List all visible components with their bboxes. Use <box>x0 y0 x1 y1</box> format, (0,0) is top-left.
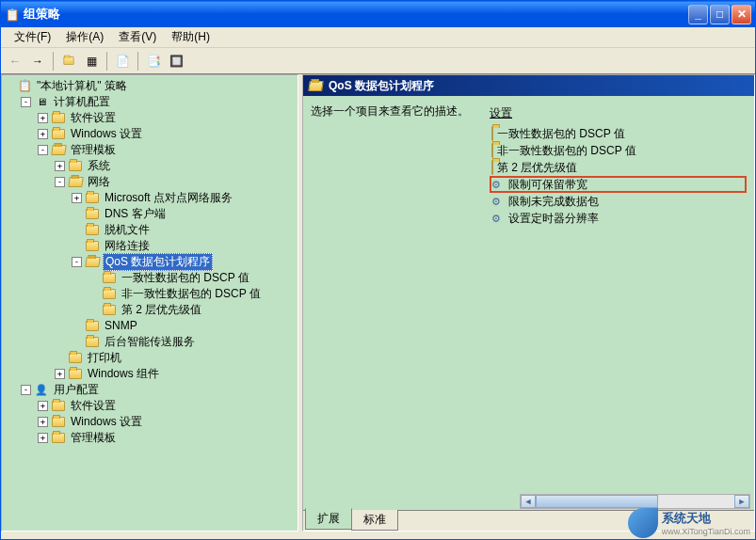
folder-icon <box>491 144 493 157</box>
collapse-icon[interactable]: - <box>38 145 48 155</box>
tab-extended[interactable]: 扩展 <box>305 508 352 530</box>
expand-icon[interactable]: + <box>55 369 65 379</box>
folder-icon <box>68 351 83 364</box>
tree-user-config[interactable]: -用户配置 <box>21 382 296 397</box>
folder-icon <box>51 415 66 428</box>
expand-icon[interactable]: + <box>38 433 48 443</box>
tree-panel[interactable]: 📋 "本地计算机" 策略 - 计算机配置 +软件设置 <box>1 74 298 532</box>
folder-icon <box>102 287 117 300</box>
details-header: QoS 数据包计划程序 <box>303 75 754 96</box>
list-item-limit-bandwidth[interactable]: 限制可保留带宽 <box>490 176 747 193</box>
setting-icon <box>491 212 505 225</box>
tree-network[interactable]: -网络 <box>55 174 296 189</box>
show-hide-tree-button[interactable]: ▦ <box>81 51 102 71</box>
folder-icon <box>68 367 83 380</box>
collapse-icon[interactable]: - <box>55 177 65 187</box>
expand-icon[interactable]: + <box>72 193 82 203</box>
collapse-icon[interactable]: - <box>21 97 31 107</box>
expand-icon[interactable]: + <box>38 401 48 411</box>
folder-icon <box>68 159 83 172</box>
tree-bits[interactable]: 后台智能传送服务 <box>72 334 296 349</box>
tree-ms-p2p[interactable]: +Microsoft 点对点网络服务 <box>72 190 296 205</box>
user-icon <box>34 383 49 396</box>
forward-button[interactable]: → <box>27 51 48 71</box>
expand-icon[interactable]: + <box>38 113 48 123</box>
column-header-setting[interactable]: 设置 <box>490 103 747 125</box>
folder-icon <box>491 127 493 140</box>
tree-admin-templates[interactable]: -管理模板 <box>38 142 296 157</box>
folder-icon <box>51 127 66 140</box>
folder-icon <box>491 161 493 174</box>
folder-icon <box>102 271 117 284</box>
details-panel: QoS 数据包计划程序 选择一个项目来查看它的描述。 设置 一致性数据包的 DS… <box>302 74 755 532</box>
tree-user-admin[interactable]: +管理模板 <box>38 430 296 445</box>
export-button[interactable]: 📑 <box>143 51 164 71</box>
tree-software[interactable]: +软件设置 <box>38 110 296 125</box>
collapse-icon[interactable]: - <box>21 385 31 395</box>
collapse-icon[interactable]: - <box>72 257 82 267</box>
menu-view[interactable]: 查看(V) <box>111 27 164 47</box>
titlebar[interactable]: 📋 组策略 _ □ ✕ <box>1 1 755 27</box>
tree-user-software[interactable]: +软件设置 <box>38 398 296 413</box>
folder-icon <box>85 191 100 204</box>
tree-network-connections[interactable]: 网络连接 <box>72 238 296 253</box>
tree-windows-components[interactable]: +Windows 组件 <box>55 366 296 381</box>
tree-printer[interactable]: 打印机 <box>55 350 296 365</box>
folder-open-icon <box>68 175 83 188</box>
expand-icon[interactable]: + <box>55 161 65 171</box>
menu-help[interactable]: 帮助(H) <box>164 27 217 47</box>
properties-button[interactable]: 📄 <box>112 51 133 71</box>
tree-root[interactable]: 📋 "本地计算机" 策略 <box>4 78 296 93</box>
settings-list: 一致性数据包的 DSCP 值 非一致性数据包的 DSCP 值 第 2 层优先级值… <box>490 125 747 227</box>
list-item[interactable]: 第 2 层优先级值 <box>490 159 747 176</box>
folder-icon <box>51 111 66 124</box>
minimize-button[interactable]: _ <box>688 5 708 24</box>
tree-dscp2[interactable]: 非一致性数据包的 DSCP 值 <box>88 286 296 301</box>
toolbar: ← → ▦ 📄 📑 🔲 <box>1 48 755 74</box>
list-item[interactable]: 设置定时器分辨率 <box>490 210 747 227</box>
tree-layer2[interactable]: 第 2 层优先级值 <box>88 302 296 317</box>
watermark-url: www.XiTongTianDi.com <box>662 527 750 536</box>
menu-action[interactable]: 操作(A) <box>58 27 111 47</box>
tree-system[interactable]: +系统 <box>55 158 296 173</box>
folder-open-icon <box>51 143 66 156</box>
list-item[interactable]: 限制未完成数据包 <box>490 193 747 210</box>
details-title: QoS 数据包计划程序 <box>329 78 434 94</box>
computer-icon <box>34 95 49 108</box>
folder-open-icon <box>308 81 324 91</box>
policy-icon: 📋 <box>17 79 32 92</box>
maximize-button[interactable]: □ <box>710 5 730 24</box>
filter-button[interactable]: 🔲 <box>166 51 186 71</box>
tree-dns[interactable]: DNS 客户端 <box>72 206 296 221</box>
horizontal-scrollbar[interactable]: ◄ ► <box>520 494 750 509</box>
menu-file[interactable]: 文件(F) <box>7 27 58 47</box>
tree-windows-settings[interactable]: +Windows 设置 <box>38 126 296 141</box>
folder-icon <box>51 431 66 444</box>
menubar: 文件(F) 操作(A) 查看(V) 帮助(H) <box>1 27 755 48</box>
list-item[interactable]: 非一致性数据包的 DSCP 值 <box>490 142 747 159</box>
list-item[interactable]: 一致性数据包的 DSCP 值 <box>490 125 747 142</box>
tree-snmp[interactable]: SNMP <box>72 318 296 333</box>
tree-qos[interactable]: -QoS 数据包计划程序 <box>72 254 296 269</box>
tree-offline-files[interactable]: 脱机文件 <box>72 222 296 237</box>
scroll-thumb[interactable] <box>536 495 658 508</box>
folder-icon <box>85 319 100 332</box>
tree-dscp1[interactable]: 一致性数据包的 DSCP 值 <box>88 270 296 285</box>
scroll-left-button[interactable]: ◄ <box>521 495 536 508</box>
folder-icon <box>85 207 100 220</box>
expand-icon[interactable]: + <box>38 417 48 427</box>
tree-user-windows[interactable]: +Windows 设置 <box>38 414 296 429</box>
folder-open-icon <box>85 255 100 268</box>
folder-icon <box>85 239 100 252</box>
expand-icon[interactable]: + <box>38 129 48 139</box>
description-text: 选择一个项目来查看它的描述。 <box>311 103 482 119</box>
up-folder-button[interactable] <box>58 51 79 71</box>
tab-standard[interactable]: 标准 <box>351 510 398 531</box>
tree-computer-config[interactable]: - 计算机配置 <box>21 94 296 109</box>
folder-icon <box>85 223 100 236</box>
close-button[interactable]: ✕ <box>732 5 751 24</box>
scroll-right-button[interactable]: ► <box>734 495 749 508</box>
watermark: 系统天地 www.XiTongTianDi.com <box>628 508 750 538</box>
setting-icon <box>491 195 505 208</box>
window-title: 组策略 <box>24 6 688 23</box>
